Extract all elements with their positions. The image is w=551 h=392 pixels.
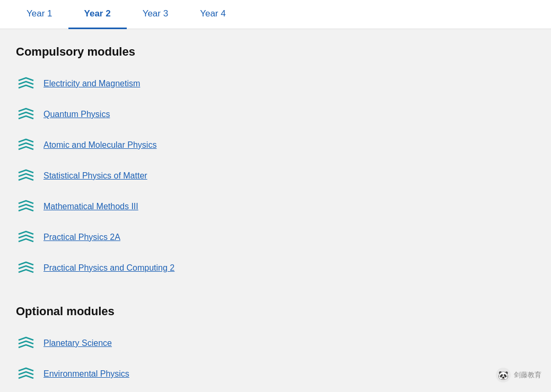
layers-icon (16, 135, 36, 155)
compulsory-module-list: Electricity and MagnetismQuantum Physics… (16, 68, 535, 283)
watermark-icon: 🐼 (496, 368, 511, 382)
compulsory-module-link-5[interactable]: Practical Physics 2A (43, 233, 120, 242)
optional-section-title: Optional modules (16, 305, 535, 318)
watermark-text: 剑藤教育 (514, 370, 541, 380)
list-item: Environmental Physics (16, 359, 535, 389)
layers-icon (16, 104, 36, 124)
list-item: Statistical Physics of Matter (16, 161, 535, 191)
optional-module-link-0[interactable]: Planetary Science (43, 338, 112, 348)
main-content: Compulsory modules Electricity and Magne… (0, 29, 551, 392)
tab-year3[interactable]: Year 3 (127, 0, 185, 29)
compulsory-section-title: Compulsory modules (16, 45, 535, 59)
layers-icon (16, 258, 36, 278)
tabs-bar: Year 1 Year 2 Year 3 Year 4 (0, 0, 551, 29)
tab-year4[interactable]: Year 4 (184, 0, 242, 29)
optional-module-link-1[interactable]: Environmental Physics (43, 369, 129, 379)
layers-icon (16, 333, 36, 353)
list-item: Practical Physics and Computing 2 (16, 253, 535, 283)
compulsory-module-link-0[interactable]: Electricity and Magnetism (43, 79, 140, 88)
layers-icon (16, 227, 36, 247)
compulsory-module-link-3[interactable]: Statistical Physics of Matter (43, 171, 147, 181)
watermark: 🐼 剑藤教育 (496, 368, 541, 382)
list-item: Mathematical Methods III (16, 191, 535, 222)
tab-year2[interactable]: Year 2 (68, 0, 127, 29)
layers-icon (16, 166, 36, 186)
compulsory-module-link-2[interactable]: Atomic and Molecular Physics (43, 140, 156, 150)
compulsory-module-link-6[interactable]: Practical Physics and Computing 2 (43, 263, 174, 273)
layers-icon (16, 74, 36, 94)
layers-icon (16, 197, 36, 217)
compulsory-module-link-4[interactable]: Mathematical Methods III (43, 202, 138, 211)
list-item: Atomic and Molecular Physics (16, 130, 535, 161)
layers-icon (16, 364, 36, 384)
list-item: Practical Physics 2A (16, 222, 535, 253)
list-item: Quantum Physics (16, 99, 535, 130)
compulsory-module-link-1[interactable]: Quantum Physics (43, 110, 110, 119)
list-item: Electricity and Magnetism (16, 68, 535, 99)
optional-module-list: Planetary ScienceEnvironmental Physics (16, 328, 535, 389)
list-item: Planetary Science (16, 328, 535, 359)
tab-year1[interactable]: Year 1 (11, 0, 68, 29)
